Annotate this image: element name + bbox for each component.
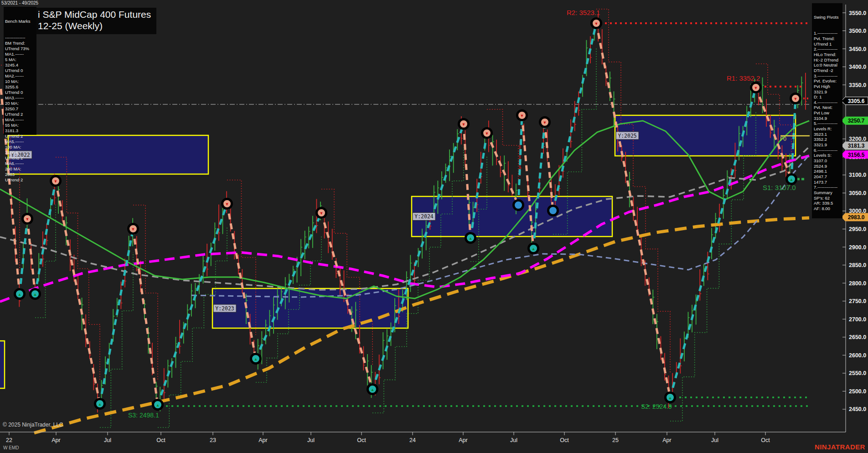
year-range-box[interactable] — [212, 288, 408, 328]
bench-marks-indicator-panel: Bench Marks --------------BM Trend:UTren… — [4, 7, 36, 190]
svg-text:▲: ▲ — [790, 177, 794, 182]
copyright-text: © 2025 NinjaTrader, LLC — [3, 422, 63, 428]
svg-text:▼: ▼ — [54, 179, 58, 184]
price-axis-label: 2700.0 — [849, 316, 866, 323]
svg-text:▼: ▼ — [754, 86, 758, 90]
svg-text:▼: ▼ — [320, 211, 324, 216]
svg-text:▼: ▼ — [543, 120, 547, 125]
svg-text:▲: ▲ — [371, 387, 375, 392]
price-axis-label: 3400.0 — [849, 64, 866, 70]
svg-text:▲: ▲ — [18, 292, 22, 297]
swing-pivots-indicator-panel: Swing Pivots 1.--------------Pvt. Trend:… — [812, 3, 842, 218]
svg-text:3156.5: 3156.5 — [848, 152, 865, 158]
svg-text:▼: ▼ — [225, 202, 229, 206]
price-axis-label: 3100.0 — [849, 172, 866, 178]
svg-text:▲: ▲ — [156, 403, 160, 407]
svg-text:▼: ▼ — [462, 122, 466, 127]
time-axis-label: Jul — [510, 437, 517, 443]
price-axis-label: 2550.0 — [849, 370, 866, 376]
time-axis-label: 22 — [6, 437, 12, 443]
ninjatrader-logo: NINJATRADER — [815, 443, 865, 451]
svg-text:▼: ▼ — [794, 97, 798, 101]
price-axis-label: 2900.0 — [849, 244, 866, 251]
price-axis-label: 3050.0 — [849, 190, 866, 196]
price-axis-label: 3550.0 — [849, 10, 866, 16]
time-axis-label: Jul — [711, 437, 718, 443]
svg-text:▲: ▲ — [98, 402, 102, 407]
price-axis-label: 2750.0 — [849, 298, 866, 304]
svg-text:▼: ▼ — [26, 217, 30, 221]
time-axis-label: Jul — [104, 437, 111, 443]
svg-text:▲: ▲ — [33, 292, 37, 297]
date-range-label: 53/2021 - 49/2025 — [1, 0, 38, 5]
svg-text:3250.7: 3250.7 — [848, 118, 865, 124]
svg-text:Y:2024: Y:2024 — [414, 213, 434, 220]
f0-label: F0 — [780, 136, 786, 142]
price-axis-label: 2850.0 — [849, 262, 866, 268]
svg-text:3181.3: 3181.3 — [848, 143, 865, 149]
price-axis-label: 2600.0 — [849, 352, 866, 359]
price-axis-label: 2500.0 — [849, 388, 866, 395]
time-axis-label: Apr — [459, 437, 467, 443]
svg-text:▼: ▼ — [131, 227, 135, 232]
instrument-title-line1: i S&P MidCap 400 Futures — [38, 9, 151, 20]
svg-text:Y:2025: Y:2025 — [618, 133, 637, 139]
svg-text:▼: ▼ — [594, 21, 599, 26]
svg-text:3305.6: 3305.6 — [848, 98, 865, 104]
level-label-S2: S2: 2524.9 — [641, 403, 672, 410]
interval-series-label: W EMD — [3, 445, 19, 450]
price-axis-label: 2650.0 — [849, 334, 866, 340]
svg-text:2983.0: 2983.0 — [848, 214, 865, 221]
price-axis-label: 3500.0 — [849, 28, 866, 34]
year-range-box[interactable] — [0, 341, 5, 388]
time-axis-label: Oct — [156, 437, 165, 443]
svg-text:▲: ▲ — [532, 247, 536, 251]
time-axis-label: Oct — [357, 437, 366, 443]
price-axis-label: 2450.0 — [849, 406, 866, 412]
svg-text:▼: ▼ — [485, 131, 489, 136]
swing-pivots-lines: 1.--------------Pvt. Trend:UTrend 12.---… — [814, 31, 841, 211]
time-axis-label: Oct — [761, 437, 770, 443]
time-axis-label: Oct — [560, 437, 569, 443]
svg-text:▼: ▼ — [520, 113, 524, 118]
time-axis-label: Apr — [662, 437, 671, 443]
svg-text:▲: ▲ — [469, 236, 473, 241]
level-label-R2: R2: 3523.1 — [567, 9, 600, 16]
price-axis-label: 3200.0 — [849, 136, 866, 142]
level-label-S3: S3: 2498.1 — [128, 412, 159, 419]
time-axis-label: Jul — [307, 437, 315, 443]
pivot-marker[interactable] — [548, 206, 558, 216]
chart-canvas[interactable]: R2: 3523.1R1: 3352.2S1: 3107.0S2: 2524.9… — [0, 0, 868, 453]
swing-pivots-title: Swing Pivots — [814, 15, 841, 20]
svg-text:Y:2023: Y:2023 — [215, 305, 234, 312]
bench-marks-lines: --------------BM Trend:UTrend 73%MA1.---… — [5, 35, 35, 183]
time-axis-label: Apr — [52, 437, 60, 443]
time-axis-label: 24 — [409, 437, 416, 443]
time-axis-label: Apr — [258, 437, 267, 443]
price-chart[interactable]: R2: 3523.1R1: 3352.2S1: 3107.0S2: 2524.9… — [0, 0, 868, 453]
instrument-title: i S&P MidCap 400 Futures 12-25 (Weekly) — [33, 8, 156, 34]
price-axis-label: 2950.0 — [849, 226, 866, 232]
svg-text:▲: ▲ — [668, 396, 672, 400]
price-axis-label: 3450.0 — [849, 46, 866, 52]
year-range-box[interactable] — [8, 135, 208, 174]
instrument-title-line2: 12-25 (Weekly) — [38, 20, 151, 31]
svg-text:▲: ▲ — [254, 357, 258, 361]
level-label-R1: R1: 3352.2 — [727, 74, 760, 82]
time-axis-label: 25 — [612, 437, 619, 443]
price-axis-label: 3350.0 — [849, 82, 866, 88]
pivot-marker[interactable] — [514, 201, 523, 210]
time-axis-label: 23 — [210, 437, 216, 443]
price-axis-label: 2800.0 — [849, 280, 866, 287]
bench-marks-title: Bench Marks — [5, 19, 35, 24]
